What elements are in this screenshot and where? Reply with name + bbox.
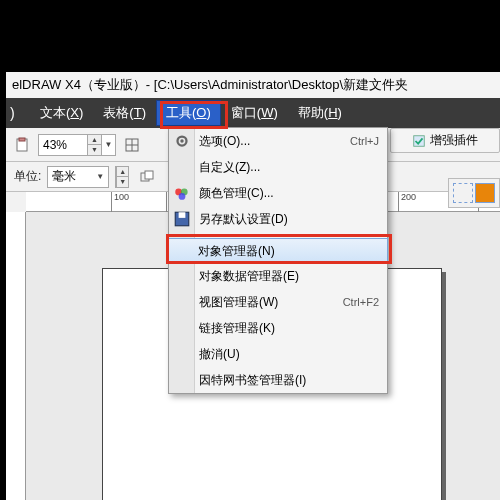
- plugin-button[interactable]: 增强插件: [390, 128, 500, 153]
- plugin-icon: [412, 134, 426, 148]
- menu-item-label: 视图管理器(W): [199, 294, 343, 311]
- menu-item-label: 对象管理器(N): [198, 243, 379, 260]
- snap-icon[interactable]: [120, 133, 144, 157]
- zoom-stepper[interactable]: ▲▼: [87, 135, 101, 155]
- nudge-stepper[interactable]: ▲▼: [115, 166, 129, 188]
- svg-rect-14: [179, 212, 186, 218]
- menu-item-save-defaults[interactable]: 另存默认设置(D): [169, 206, 387, 232]
- svg-point-12: [179, 193, 186, 200]
- menu-item-label: 撤消(U): [199, 346, 379, 363]
- menu-table[interactable]: 表格(T): [93, 100, 156, 126]
- ruler-tick: 200: [398, 192, 416, 212]
- menu-text[interactable]: 文本(X): [30, 100, 93, 126]
- menu-item-object-manager[interactable]: 对象管理器(N): [168, 238, 388, 264]
- paste-icon[interactable]: [10, 133, 34, 157]
- menu-item-shortcut: Ctrl+J: [350, 135, 379, 147]
- menu-item-customize[interactable]: 自定义(Z)...: [169, 154, 387, 180]
- plugin-panel: 增强插件: [390, 128, 500, 153]
- svg-rect-7: [145, 171, 153, 179]
- save-icon: [173, 210, 191, 228]
- duplicate-offset-icon[interactable]: [135, 165, 159, 189]
- ruler-vertical: [6, 212, 26, 500]
- transform-icon[interactable]: [475, 183, 495, 203]
- tools-dropdown: 选项(O)... Ctrl+J 自定义(Z)... 颜色管理(C)... 另存默…: [168, 127, 388, 394]
- ruler-tick: 100: [111, 192, 129, 212]
- unit-value: 毫米: [52, 168, 76, 185]
- svg-rect-5: [414, 135, 425, 146]
- menu-item-label: 选项(O)...: [199, 133, 350, 150]
- menu-item-link-manager[interactable]: 链接管理器(K): [169, 315, 387, 341]
- menu-item-object-data-manager[interactable]: 对象数据管理器(E): [169, 263, 387, 289]
- menu-item-label: 自定义(Z)...: [199, 159, 379, 176]
- chevron-down-icon[interactable]: ▼: [101, 135, 115, 155]
- menu-item-color-management[interactable]: 颜色管理(C)...: [169, 180, 387, 206]
- zoom-input[interactable]: [39, 138, 87, 152]
- menu-item-view-manager[interactable]: 视图管理器(W) Ctrl+F2: [169, 289, 387, 315]
- menu-help[interactable]: 帮助(H): [288, 100, 352, 126]
- unit-label: 单位:: [14, 168, 41, 185]
- menu-window[interactable]: 窗口(W): [221, 100, 288, 126]
- menu-item-label: 因特网书签管理器(I): [199, 372, 379, 389]
- svg-point-9: [180, 139, 183, 142]
- unit-select[interactable]: 毫米 ▼: [47, 166, 109, 188]
- gear-icon: [173, 132, 191, 150]
- svg-rect-1: [19, 138, 25, 141]
- plugin-label: 增强插件: [430, 132, 478, 149]
- menu-tools[interactable]: 工具(O): [156, 100, 221, 126]
- bounds-icon[interactable]: [453, 183, 473, 203]
- menu-separator: [197, 235, 383, 236]
- chevron-down-icon: ▼: [96, 172, 104, 181]
- palette-icon: [173, 184, 191, 202]
- menu-item-label: 链接管理器(K): [199, 320, 379, 337]
- menu-item-label: 颜色管理(C)...: [199, 185, 379, 202]
- titlebar: elDRAW X4（专业版）- [C:\Users\Administrator\…: [6, 72, 500, 98]
- menu-item-internet-bookmark-manager[interactable]: 因特网书签管理器(I): [169, 367, 387, 393]
- menu-item-undo-docker[interactable]: 撤消(U): [169, 341, 387, 367]
- menu-item-shortcut: Ctrl+F2: [343, 296, 379, 308]
- menu-item-label: 另存默认设置(D): [199, 211, 379, 228]
- zoom-combo[interactable]: ▲▼ ▼: [38, 134, 116, 156]
- menu-item-label: 对象数据管理器(E): [199, 268, 379, 285]
- menubar: ) 文本(X) 表格(T) 工具(O) 窗口(W) 帮助(H): [6, 98, 500, 128]
- menu-item-options[interactable]: 选项(O)... Ctrl+J: [169, 128, 387, 154]
- menu-more-left-icon: ): [10, 100, 30, 126]
- docker-icons: [448, 178, 500, 208]
